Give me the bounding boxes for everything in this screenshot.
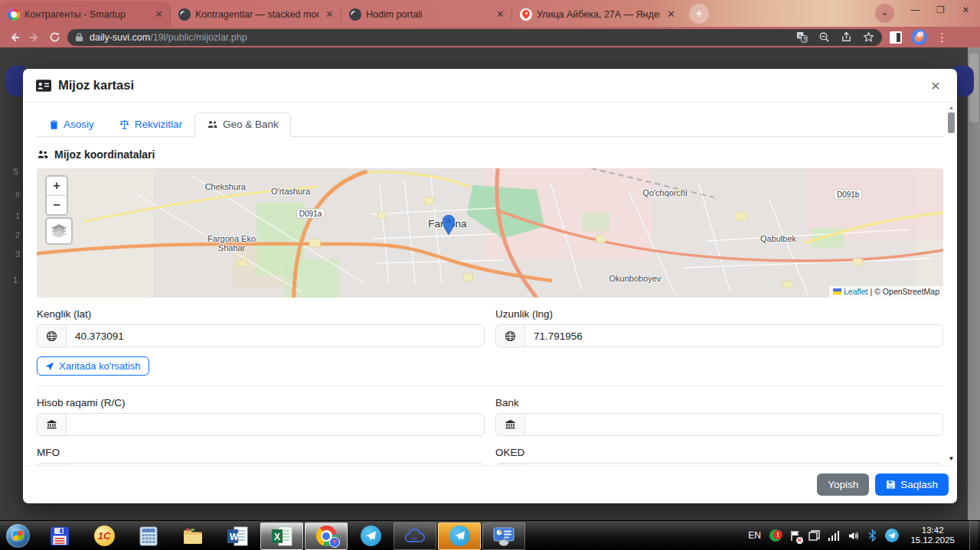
url-path: /19l/public/mijozlar.php	[150, 32, 247, 43]
taskbar-chrome-app[interactable]	[305, 522, 348, 550]
start-button[interactable]	[6, 524, 30, 548]
scroll-up-arrow-icon[interactable]: ▲	[947, 105, 956, 110]
tray-window-icon[interactable]	[808, 530, 820, 541]
zoom-out-button[interactable]: −	[47, 195, 67, 214]
map-marker-pin-icon[interactable]	[443, 215, 455, 235]
yandex-maps-favicon-icon	[520, 8, 532, 21]
browser-tab-3[interactable]: Hodim portali ✕	[341, 2, 512, 27]
lng-input[interactable]	[524, 324, 943, 347]
windows-logo-icon	[13, 530, 23, 540]
scroll-down-arrow-icon[interactable]: ▼	[947, 455, 956, 462]
save-button[interactable]: Saqlash	[875, 474, 949, 496]
background-text-fragment: 1	[13, 275, 18, 285]
tab-close-icon[interactable]: ✕	[152, 8, 165, 21]
smartup-favicon-icon	[8, 8, 20, 21]
taskbar-1c-app[interactable]: 1С	[83, 522, 126, 550]
zoom-icon[interactable]	[818, 31, 830, 43]
profile-avatar[interactable]	[911, 29, 927, 45]
taskbar-excel-app[interactable]: X	[260, 522, 303, 550]
side-panel-icon[interactable]	[890, 31, 902, 44]
reload-button[interactable]	[44, 28, 64, 47]
minimize-button[interactable]: —	[903, 2, 928, 18]
browser-tabstrip: Контрагенты - Smartup ✕ Kontragentlar — …	[0, 0, 980, 27]
system-tray: EN 13:42 15.12.2025	[748, 521, 980, 550]
lat-label: Kenglik (lat)	[37, 308, 485, 320]
taskbar-remote-settings-app[interactable]	[482, 522, 525, 550]
telegram-icon	[449, 526, 470, 546]
network-signal-icon[interactable]	[828, 530, 840, 541]
account-label: Hisob raqami (R/C)	[37, 397, 485, 408]
map-layers-button[interactable]	[45, 217, 73, 245]
language-indicator[interactable]: EN	[748, 530, 761, 541]
taskbar-floppy-app[interactable]	[38, 522, 81, 550]
zoom-in-button[interactable]: +	[47, 177, 67, 195]
bluetooth-icon[interactable]	[868, 529, 877, 542]
bank-input[interactable]	[524, 413, 943, 436]
lat-input[interactable]	[66, 324, 485, 347]
screen: Контрагенты - Smartup ✕ Kontragentlar — …	[0, 0, 980, 550]
svg-text:文: 文	[802, 36, 808, 41]
section-title-text: Mijoz koordinatalari	[54, 148, 155, 161]
globe-icon	[37, 324, 66, 347]
taskbar-explorer-app[interactable]	[172, 522, 214, 550]
browser-tab-4[interactable]: Улица Айбека, 27А — Яндекс Ка ✕	[512, 2, 683, 27]
restore-button[interactable]: ❐	[928, 2, 953, 18]
action-center-flag-icon[interactable]	[790, 530, 800, 542]
translate-icon[interactable]: a文	[796, 31, 808, 43]
tab-label: Asosiy	[64, 119, 94, 130]
tab-close-icon[interactable]: ✕	[665, 8, 678, 21]
close-window-button[interactable]: ✕	[953, 2, 978, 18]
clock-date: 15.12.2025	[910, 535, 955, 545]
modal-footer: Yopish Saqlash	[23, 465, 957, 503]
address-bar[interactable]: daily-suvi.com/19l/public/mijozlar.php a…	[67, 29, 882, 46]
browser-menu-icon[interactable]: ⋮	[936, 31, 948, 44]
oked-label: OKED	[495, 447, 943, 458]
show-on-map-button[interactable]: Xaritada ko'rsatish	[37, 356, 149, 376]
tab-search-chevron-icon[interactable]: ⌄	[875, 4, 894, 23]
browser-tab-1[interactable]: Контрагенты - Smartup ✕	[0, 2, 171, 27]
volume-icon[interactable]	[848, 530, 860, 542]
tab-close-icon[interactable]: ✕	[494, 8, 507, 21]
modal-scrollbar[interactable]: ▲ ▼	[947, 105, 956, 462]
modal-tab-nav: Asosiy Rekvizitlar Geo & Bank	[37, 112, 943, 137]
back-button[interactable]	[5, 28, 24, 47]
url-text: daily-suvi.com/19l/public/mijozlar.php	[90, 32, 247, 43]
taskbar-telegram-app[interactable]	[349, 522, 392, 550]
bookmark-star-icon[interactable]	[863, 31, 874, 43]
share-icon[interactable]	[841, 31, 852, 43]
antivirus-tray-icon[interactable]	[769, 529, 782, 542]
background-text-fragment: #	[15, 190, 20, 199]
people-icon	[207, 119, 218, 129]
tab-label: Geo & Bank	[223, 119, 279, 130]
taskbar-telegram-alert-app[interactable]	[438, 522, 481, 550]
clock-time: 13:42	[910, 526, 955, 535]
browser-tab-2[interactable]: Kontragentlar — stacked modal ( ✕	[171, 2, 341, 27]
tab-geo-bank[interactable]: Geo & Bank	[194, 112, 291, 137]
background-text-fragment: 1	[15, 211, 20, 220]
tab-rekvizitlar[interactable]: Rekvizitlar	[106, 112, 194, 137]
scrollbar-thumb[interactable]	[948, 112, 955, 133]
taskbar-btc-cloud-app[interactable]: btc	[394, 522, 436, 550]
telegram-tray-icon[interactable]	[885, 529, 899, 542]
cloud-icon: btc	[403, 528, 426, 545]
show-desktop-button[interactable]	[969, 521, 978, 550]
taskbar-clock[interactable]: 13:42 15.12.2025	[910, 526, 955, 545]
leaflet-link[interactable]: Leaflet	[844, 287, 868, 296]
layers-icon	[51, 224, 67, 238]
leaflet-map[interactable]: Chekshura O'rtashura D091a D091b Fargona…	[37, 168, 943, 298]
mijoz-kartasi-modal: Mijoz kartasi × Asosiy Rekvizitlar Geo &…	[23, 69, 957, 503]
tab-asosiy[interactable]: Asosiy	[37, 112, 106, 137]
taskbar-word-app[interactable]: W	[216, 522, 259, 550]
new-tab-button[interactable]: +	[689, 4, 709, 24]
scales-icon	[119, 119, 130, 130]
modal-close-icon[interactable]: ×	[927, 76, 944, 95]
page-scrollbar[interactable]	[968, 47, 980, 520]
close-button[interactable]: Yopish	[817, 474, 869, 496]
map-canvas[interactable]	[37, 168, 943, 298]
tab-close-icon[interactable]: ✕	[323, 8, 336, 21]
taskbar-calculator-app[interactable]	[127, 522, 170, 550]
account-input[interactable]	[66, 413, 485, 436]
forward-button[interactable]	[24, 28, 44, 47]
window-controls: — ❐ ✕	[903, 2, 978, 18]
tab-title: Kontragentlar — stacked modal (	[195, 9, 318, 20]
